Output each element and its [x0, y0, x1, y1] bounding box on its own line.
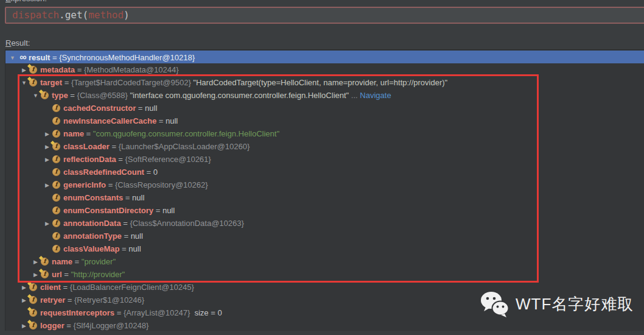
tree-row[interactable]: ▶fname = "provider"	[5, 255, 644, 268]
result-label: Result:	[5, 38, 30, 48]
wechat-icon	[480, 291, 510, 317]
variable-name: classRedefinedCount	[63, 168, 144, 177]
field-icon-letter: f	[29, 283, 37, 291]
variable-name: cachedConstructor	[63, 104, 136, 113]
variable-name: name	[52, 257, 72, 266]
field-icon: f	[29, 79, 37, 86]
reference-value: {Class$AnnotationData@10263}	[130, 219, 243, 228]
reference-value: {SoftReference@10261}	[125, 155, 211, 164]
field-icon: f	[41, 270, 49, 278]
equals-sign: =	[122, 231, 131, 241]
expand-arrow[interactable]: ▶	[42, 128, 52, 141]
equals-sign: =	[110, 142, 119, 151]
field-icon: f	[52, 232, 60, 240]
variable-name: annotationType	[63, 231, 122, 241]
tree-row[interactable]: ▶fclassLoader = {Launcher$AppClassLoader…	[5, 140, 644, 153]
equals-sign: =	[156, 116, 166, 125]
field-icon-letter: f	[41, 258, 49, 266]
equals-sign: =	[116, 155, 125, 164]
collapse-arrow[interactable]: ▼	[7, 52, 18, 65]
variable-name: enumConstantDirectory	[63, 206, 153, 215]
field-icon-letter: f	[29, 296, 37, 304]
field-icon-letter: f	[52, 117, 60, 125]
tree-row[interactable]: ▶fannotationData = {Class$AnnotationData…	[5, 217, 644, 230]
plain-value: null	[145, 104, 157, 113]
variable-name: newInstanceCallerCache	[63, 116, 156, 125]
equals-sign: =	[61, 283, 70, 292]
tree-row[interactable]: ▶fmetadata = {MethodMetadata@10244}	[5, 63, 644, 76]
variable-name: classValueMap	[63, 244, 120, 253]
tree-row[interactable]: fannotationType = null	[5, 230, 644, 242]
expression-input[interactable]: dispatch.get(method)	[5, 7, 644, 24]
reference-value: {LoadBalancerFeignClient@10245}	[70, 283, 194, 292]
reference-value: {ClassRepository@10262}	[115, 180, 208, 189]
variable-name: enumConstants	[63, 193, 123, 202]
field-icon: f	[52, 104, 60, 112]
equals-sign: =	[121, 219, 130, 228]
expand-arrow[interactable]: ▶	[42, 179, 52, 192]
field-icon: f	[29, 322, 37, 330]
field-icon-letter: f	[52, 168, 60, 176]
reference-value: {Launcher$AppClassLoader@10260}	[119, 142, 250, 151]
tree-row[interactable]: ▶furl = "http://provider"	[5, 268, 644, 281]
field-icon-letter: f	[52, 232, 60, 240]
equals-sign: =	[65, 295, 74, 305]
equals-sign: =	[75, 65, 84, 74]
tree-row[interactable]: fclassValueMap = null	[5, 242, 644, 255]
field-icon-letter: f	[41, 270, 49, 278]
field-icon-letter: f	[52, 181, 60, 189]
plain-value: 0	[153, 168, 158, 177]
result-tree: ▼∞result = {SynchronousMethodHandler@102…	[5, 49, 644, 331]
tree-row[interactable]: ▼ftarget = {Target$HardCodedTarget@9502}…	[5, 76, 644, 89]
field-icon-letter: f	[52, 219, 60, 227]
field-icon: f	[41, 258, 49, 266]
result-icon: ∞	[18, 51, 29, 63]
tree-row[interactable]: fenumConstants = null	[5, 191, 644, 204]
variable-name: genericInfo	[63, 180, 106, 189]
tostring-value: "HardCodedTarget(type=HelloClient, name=…	[193, 78, 447, 87]
field-icon-letter: f	[29, 66, 37, 74]
watermark-text: WTF名字好难取	[516, 294, 634, 315]
field-icon-letter: f	[52, 206, 60, 214]
field-icon-letter: f	[52, 143, 60, 150]
equals-sign: =	[84, 129, 93, 138]
tree-row[interactable]: ▶fname = "com.qguofeng.consumer.controll…	[5, 127, 644, 140]
field-icon: f	[52, 245, 60, 253]
tree-row[interactable]: ▼∞result = {SynchronousMethodHandler@102…	[5, 51, 644, 63]
tree-row[interactable]: ▶freflectionData = {SoftReference@10261}	[5, 153, 644, 166]
equals-sign: =	[106, 180, 115, 189]
tree-row[interactable]: fcachedConstructor = null	[5, 102, 644, 115]
string-value: "com.qguofeng.consumer.controller.feign.…	[93, 129, 279, 138]
field-icon: f	[52, 194, 60, 202]
reference-value: {SynchronousMethodHandler@10218}	[59, 53, 195, 62]
size-value: size = 0	[194, 308, 222, 317]
tree-row[interactable]: fenumConstantDirectory = null	[5, 204, 644, 217]
variable-name: logger	[40, 321, 65, 330]
expand-arrow[interactable]: ▶	[42, 217, 52, 230]
expression-token: .get(	[59, 9, 88, 21]
field-icon: f	[52, 168, 60, 176]
field-icon: f	[52, 181, 60, 189]
field-icon: f	[52, 219, 60, 227]
equals-sign: =	[114, 308, 124, 317]
tree-row[interactable]: ▶fgenericInfo = {ClassRepository@10262}	[5, 178, 644, 191]
navigate-link[interactable]: Navigate	[360, 91, 391, 100]
tree-row[interactable]: ▼ftype = {Class@6588} "interface com.qgu…	[5, 89, 644, 102]
reference-value: {Class@6588}	[77, 91, 128, 100]
tree-row[interactable]: fclassRedefinedCount = 0	[5, 166, 644, 178]
ellipsis: ...	[351, 91, 358, 100]
field-icon-letter: f	[29, 309, 37, 317]
reference-value: {MethodMetadata@10244}	[84, 65, 179, 74]
expression-token: )	[124, 9, 130, 21]
reference-value: {Retryer$1@10246}	[74, 295, 144, 305]
tree-row[interactable]: ▶flogger = {Slf4jLogger@10248}	[5, 319, 644, 331]
expand-arrow[interactable]: ▶	[42, 153, 52, 166]
field-icon: f	[52, 155, 60, 163]
equals-sign: =	[68, 91, 77, 100]
tree-row[interactable]: fnewInstanceCallerCache = null	[5, 115, 644, 127]
variable-name: client	[40, 283, 61, 292]
field-icon: f	[29, 309, 37, 317]
variable-name: target	[40, 78, 62, 87]
field-icon-letter: f	[52, 245, 60, 253]
equals-sign: =	[123, 193, 132, 202]
